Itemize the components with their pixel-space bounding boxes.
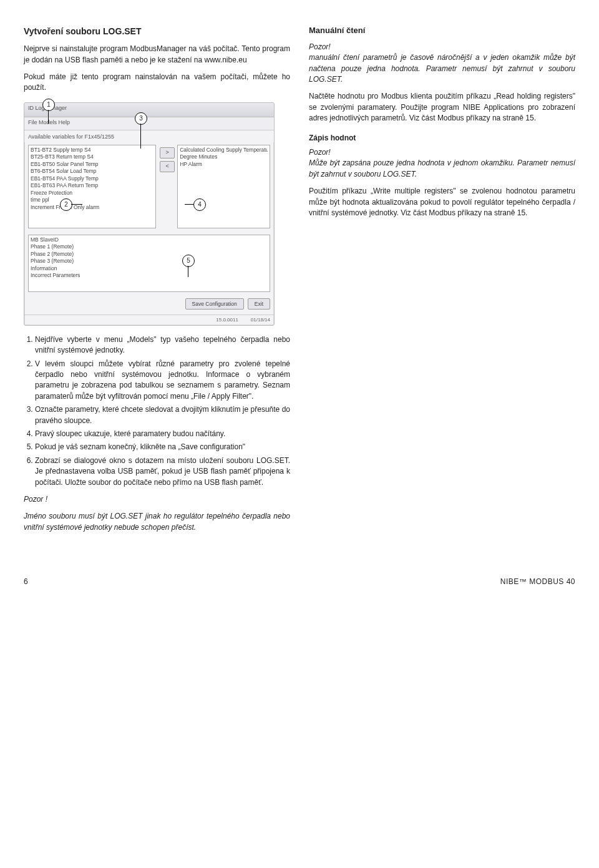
modbusmanager-window: ID LogManager File Models Help Available… xyxy=(24,102,275,326)
save-configuration-button[interactable]: Save Configuration xyxy=(185,298,244,310)
step-6: Zobrazí se dialogové okno s dotazem na m… xyxy=(35,456,290,488)
callout-1-leader xyxy=(48,110,49,124)
list-item[interactable]: Phase 3 (Remote) xyxy=(31,258,268,265)
list-item[interactable]: BT6-BT54 Solar Load Temp xyxy=(31,168,153,175)
info-list[interactable]: MB SlaveID Phase 1 (Remote) Phase 2 (Rem… xyxy=(28,235,270,292)
pozor1-label: Pozor! xyxy=(309,42,575,52)
step-5: Pokud je váš seznam konečný, klikněte na… xyxy=(35,442,290,452)
step-1: Nejdříve vyberte v menu „Models" typ vaš… xyxy=(35,334,290,356)
left-list-caption: Available variables for F1x45/1255 xyxy=(24,130,274,142)
status-bar: 15.0.0011 01/18/14 xyxy=(24,315,274,325)
callout-3: 3 xyxy=(135,112,147,125)
status-date: 01/18/14 xyxy=(251,316,270,324)
pozor2-label: Pozor! xyxy=(309,147,575,158)
move-right-button[interactable]: > xyxy=(160,147,175,158)
list-item[interactable]: BT25-BT3 Return temp S4 xyxy=(31,154,153,160)
note-text-left: Jméno souboru musí být LOG.SET jinak ho … xyxy=(24,511,290,533)
page-number: 6 xyxy=(24,577,28,587)
step-4: Pravý sloupec ukazuje, které paramatery … xyxy=(35,429,290,439)
callout-5: 5 xyxy=(182,255,195,267)
callout-2-leader xyxy=(71,204,82,205)
list-item[interactable]: EB1-BT50 Solar Panel Temp xyxy=(31,161,153,168)
section-title-manual-read: Manuální čtení xyxy=(309,25,575,37)
footer-brand: NIBE™ MODBUS 40 xyxy=(500,577,575,587)
callout-4: 4 xyxy=(193,198,206,211)
list-item[interactable]: Information xyxy=(31,265,268,272)
list-item[interactable]: EB1-BT63 PAA Return Temp xyxy=(31,182,153,189)
subhead-write: Zápis hodnot xyxy=(309,133,575,144)
callout-3-leader xyxy=(140,124,141,149)
pozor1-text: manuální čtení parametrů je časově nároč… xyxy=(309,52,575,85)
list-item[interactable]: Degree Minutes xyxy=(180,154,268,160)
list-item[interactable]: HP Alarm xyxy=(180,161,268,168)
selected-log-list[interactable]: Calculated Cooling Supply Temperature De… xyxy=(177,145,270,228)
available-variables-list[interactable]: BT1-BT2 Supply temp S4 BT25-BT3 Return t… xyxy=(28,145,156,228)
screenshot-container: 1 3 ID LogManager File Models Help Avail… xyxy=(24,102,290,326)
move-left-button[interactable]: < xyxy=(160,161,175,172)
pozor2-text: Může být zapsána pouze jedna hodnota v j… xyxy=(309,158,575,180)
window-menubar[interactable]: File Models Help xyxy=(24,117,274,130)
section-title-logset: Vytvoření souboru LOG.SET xyxy=(24,25,290,37)
list-item[interactable]: Incorrect Parameters xyxy=(31,272,268,279)
list-item[interactable]: BT1-BT2 Supply temp S4 xyxy=(31,147,153,154)
instruction-list: Nejdříve vyberte v menu „Models" typ vaš… xyxy=(24,334,290,488)
page-footer: 6 NIBE™ MODBUS 40 xyxy=(24,577,575,587)
note-label-left: Pozor ! xyxy=(24,494,290,505)
list-item[interactable]: Increment Freeze Only alarm xyxy=(31,204,153,211)
list-item[interactable]: Phase 2 (Remote) xyxy=(31,251,268,258)
callout-5-leader xyxy=(188,266,188,277)
list-item[interactable]: Freeze Protection xyxy=(31,190,153,197)
callout-4-leader xyxy=(185,204,193,205)
exit-button[interactable]: Exit xyxy=(248,298,270,310)
list-item[interactable]: EB1-BT54 PAA Supply Temp xyxy=(31,175,153,182)
step-2: V levém sloupci můžete vybírat různé par… xyxy=(35,359,290,402)
callout-2: 2 xyxy=(60,198,72,211)
status-version: 15.0.0011 xyxy=(216,316,238,324)
step-3: Označte parametry, které chcete sledovat… xyxy=(35,404,290,426)
intro-p2: Pokud máte již tento program nainstalová… xyxy=(24,72,290,94)
intro-p1: Nejprve si nainstalujte program ModbusMa… xyxy=(24,44,290,66)
list-item[interactable]: Calculated Cooling Supply Temperature xyxy=(180,147,268,154)
window-titlebar: ID LogManager xyxy=(24,103,274,117)
list-item[interactable]: Phase 1 (Remote) xyxy=(31,243,268,250)
write-p1: Použitím příkazu „Write multiple registe… xyxy=(309,186,575,218)
manual-read-p1: Načtěte hodnotu pro Modbus klienta použi… xyxy=(309,91,575,124)
callout-1: 1 xyxy=(42,99,55,111)
list-item[interactable]: time ppl xyxy=(31,197,153,203)
list-item[interactable]: MB SlaveID xyxy=(31,237,268,243)
